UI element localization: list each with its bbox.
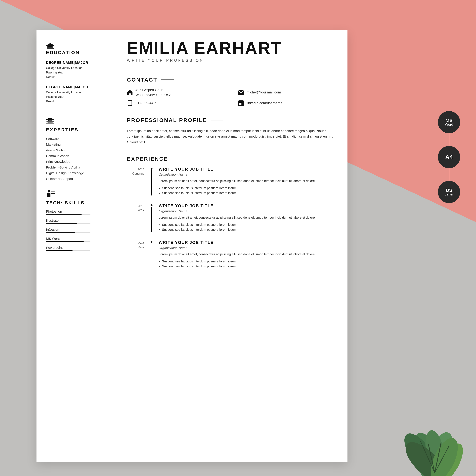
badge-a4-top: A4 (445, 154, 453, 160)
university-1: College University Location (46, 66, 106, 70)
exp-line-2 (151, 244, 152, 269)
exp-bullet-2-0: Suspendisse faucibus interdum posuere lo… (159, 259, 336, 264)
skill-powerpoint: Powerpoint (46, 246, 106, 251)
exp-desc-0: Lorem ipsum dolor sit amet, consectetur … (159, 178, 336, 183)
exp-bullet-2-1: Suspendisse faucibus interdum posuere lo… (159, 264, 336, 269)
experties-icon-wrapper (46, 117, 106, 125)
profile-divider (127, 150, 336, 150)
contact-address-item: 4071 Aspen Court WoburnNew York, USA (127, 87, 225, 97)
exp-line-1 (151, 207, 152, 232)
exp-dot-1 (151, 204, 153, 206)
experties-title: EXPERTIES (46, 127, 106, 133)
result-2: Result (46, 99, 106, 104)
exp-bullets-1: Suspendisse faucibus interdum posuere lo… (159, 222, 336, 232)
skill-bar-bg-1 (46, 223, 90, 224)
skill-bar-fill-2 (46, 232, 75, 233)
svg-point-2 (53, 48, 54, 49)
exp-bullet-0-1: Suspendisse faucibus interdum posuere lo… (159, 190, 336, 195)
skill-msword: MS Wors (46, 237, 106, 242)
exp-line-0 (151, 170, 152, 195)
layers-icon (46, 117, 54, 124)
contact-divider (127, 111, 336, 111)
experience-title-line (172, 159, 185, 159)
svg-rect-7 (47, 193, 51, 197)
experience-item-0: 2015 Continue WRITE YOUR JOB TITLE Organ… (127, 167, 336, 195)
skill-name-0: Photoshop (46, 210, 106, 213)
exp-job-title-1: WRITE YOUR JOB TITLE (159, 204, 336, 208)
candidate-profession: WRITE YOUR PROFESSION (127, 58, 336, 63)
experties-item-1: Marketing (46, 142, 106, 147)
exp-timeline-1 (149, 204, 154, 232)
degree-name-2: DEGREE NAME|MAJOR (46, 85, 106, 89)
experties-item-6: Digital Design Knowledge (46, 170, 106, 176)
experience-item-2: 2015 2017 WRITE YOUR JOB TITLE Organizat… (127, 240, 336, 269)
contact-grid: 4071 Aspen Court WoburnNew York, USA mic… (127, 87, 336, 106)
experience-item-1: 2015 2017 WRITE YOUR JOB TITLE Organizat… (127, 204, 336, 232)
badge-connector-1 (449, 133, 449, 146)
exp-org-2: Organization Name (159, 246, 336, 250)
exp-dot-2 (151, 241, 153, 243)
experience-title: EXPERIENCE (127, 156, 168, 162)
name-header: EMILIA EARHART WRITE YOUR PROFESSION (127, 40, 336, 63)
skill-bar-fill-3 (46, 241, 84, 242)
contact-title-line (161, 80, 174, 80)
contact-section-header: CONTACT (127, 77, 336, 83)
badge-us-top: US (446, 188, 452, 193)
badge-connector-2 (449, 168, 449, 181)
candidate-name: EMILIA EARHART (127, 40, 336, 56)
tech-skills-icon (46, 190, 55, 197)
profile-title-line (211, 120, 223, 120)
exp-job-title-2: WRITE YOUR JOB TITLE (159, 240, 336, 245)
tech-skills-title: TECH: SKILLS (46, 200, 106, 205)
badge-a4: A4 (438, 146, 460, 168)
contact-linkedin: linkedin.com/username (247, 101, 282, 106)
education-degree-2: DEGREE NAME|MAJOR College University Loc… (46, 85, 106, 104)
home-icon (127, 89, 133, 96)
linkedin-icon: in (238, 100, 244, 106)
skill-name-4: Powerpoint (46, 246, 106, 250)
exp-bullets-0: Suspendisse faucibus interdum posuere lo… (159, 186, 336, 195)
profile-text: Lorem ipsum dolor sit amet, consectetur … (127, 128, 336, 145)
education-title: EDUCATION (46, 50, 106, 55)
skill-name-2: InDesign (46, 228, 106, 232)
experties-item-5: Problem-Solving Ability (46, 165, 106, 170)
education-section-header (46, 43, 106, 50)
skill-bar-bg-0 (46, 214, 90, 215)
contact-title: CONTACT (127, 77, 157, 83)
skill-photoshop: Photoshop (46, 210, 106, 215)
university-2: College University Location (46, 90, 106, 95)
skill-bar-bg-3 (46, 241, 90, 242)
experience-section-header: EXPERIENCE (127, 156, 336, 162)
skill-name-1: Illustrator (46, 219, 106, 222)
exp-bullet-0-0: Suspendisse faucibus interdum posuere lo… (159, 186, 336, 190)
experties-item-4: Print Knowledge (46, 159, 106, 165)
contact-address: 4071 Aspen Court WoburnNew York, USA (136, 87, 171, 97)
skill-bar-bg-2 (46, 232, 90, 233)
header-divider (127, 71, 336, 71)
contact-phone: 617-359-4459 (136, 101, 157, 106)
exp-desc-1: Lorem ipsum dolor sit amet, consectetur … (159, 215, 336, 220)
education-degree-1: DEGREE NAME|MAJOR College University Loc… (46, 61, 106, 79)
contact-email-item: michel@yourmail.com (238, 87, 336, 97)
tech-icon-wrapper (46, 190, 106, 198)
svg-marker-11 (127, 90, 133, 95)
experties-list: Software Marketing Article Writing Commu… (46, 136, 106, 182)
svg-rect-14 (128, 101, 132, 105)
svg-text:in: in (239, 101, 242, 105)
exp-content-0: WRITE YOUR JOB TITLE Organization Name L… (159, 167, 336, 195)
exp-bullet-1-1: Suspendisse faucibus interdum posuere lo… (159, 227, 336, 232)
result-1: Result (46, 75, 106, 79)
exp-date-0: 2015 Continue (127, 167, 144, 195)
contact-phone-item: 617-359-4459 (127, 100, 225, 106)
skill-bar-fill-0 (46, 214, 82, 215)
graduation-cap-icon (46, 43, 54, 50)
experties-section: EXPERTIES Software Marketing Article Wri… (46, 117, 106, 182)
plant-decoration (397, 381, 476, 476)
resume-card: EDUCATION DEGREE NAME|MAJOR College Univ… (36, 30, 347, 462)
exp-desc-2: Lorem ipsum dolor sit amet, consectetur … (159, 252, 336, 257)
exp-dot-0 (151, 168, 153, 170)
email-icon (238, 89, 244, 96)
passing-year-2: Passing Year (46, 95, 106, 99)
exp-date-1: 2015 2017 (127, 204, 144, 232)
skill-indesign: InDesign (46, 228, 106, 233)
